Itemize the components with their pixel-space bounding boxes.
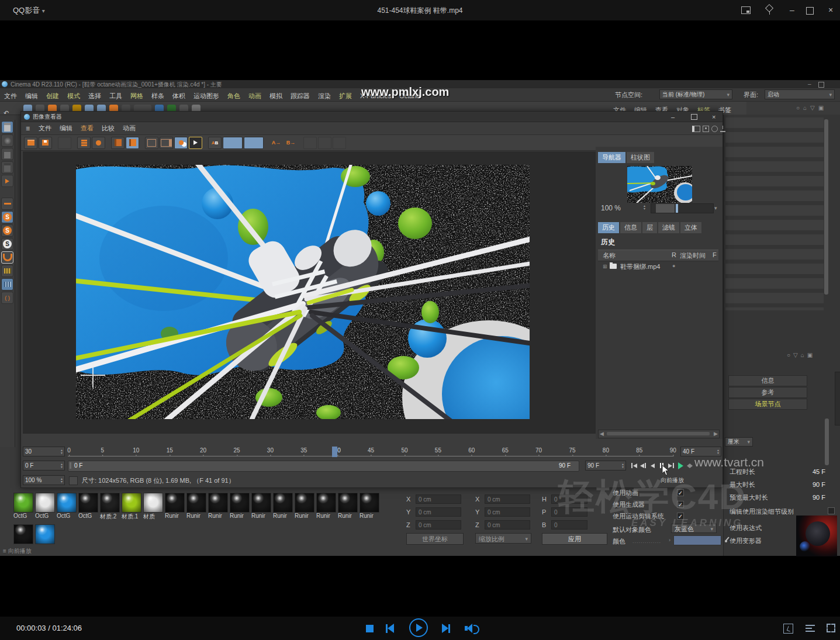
compare-wipe-icon[interactable] <box>189 137 202 149</box>
float-icon[interactable] <box>703 126 709 132</box>
material-item[interactable]: 材质.2 <box>100 493 120 520</box>
frame-tick[interactable]: 10 <box>133 447 139 454</box>
menu-item[interactable]: 样条 <box>151 92 164 101</box>
info-tab[interactable]: 层 <box>642 222 657 233</box>
frame-tick[interactable]: 90 <box>670 447 676 454</box>
pv-menu-item[interactable]: 查看 <box>81 124 94 133</box>
frame-tick[interactable]: 70 <box>535 447 542 454</box>
history-row[interactable]: ⊞ 鞋带捆绑.mp4 ● <box>598 261 718 272</box>
nav-zoom-value[interactable]: 100 % <box>601 204 621 212</box>
menu-item[interactable]: 创建 <box>46 92 59 101</box>
frame-tick[interactable]: 75 <box>569 447 575 454</box>
coord-field[interactable]: 0 ° <box>551 494 587 504</box>
material-item[interactable]: OctG <box>78 493 99 520</box>
fit-image-button[interactable] <box>69 476 78 485</box>
material-sphere[interactable] <box>208 493 228 513</box>
coord-field[interactable]: 0 cm <box>416 520 461 530</box>
pv-menu-item[interactable]: 文件 <box>39 124 51 133</box>
interface-dropdown[interactable]: 启动▾ <box>765 89 835 99</box>
nav-tab[interactable]: 柱状图 <box>627 152 654 163</box>
hamburger-icon[interactable]: ≡ <box>26 124 30 133</box>
info-tab[interactable]: 信息 <box>620 222 641 233</box>
col-r[interactable]: R <box>672 251 676 258</box>
enable-axis-icon[interactable] <box>1 198 13 210</box>
layer-a-icon[interactable] <box>111 137 125 149</box>
material-sphere[interactable] <box>35 493 55 513</box>
attribute-scrollbar[interactable] <box>824 119 828 295</box>
zoom-tool-icon[interactable] <box>92 137 105 149</box>
reference-button[interactable]: 参考 <box>728 387 807 398</box>
menu-item[interactable]: 扩展 <box>339 92 352 101</box>
panel-scrollbar[interactable] <box>825 418 829 465</box>
history-item-name[interactable]: 鞋带捆绑.mp4 <box>620 262 660 271</box>
material-sphere[interactable] <box>35 524 55 544</box>
region-icon[interactable] <box>58 137 71 149</box>
material-sphere[interactable] <box>13 493 33 513</box>
coord-field[interactable]: 0 <box>551 520 587 530</box>
nav-tab[interactable]: 导航器 <box>598 152 625 163</box>
world-coords-button[interactable]: 世界坐标 <box>406 533 464 545</box>
goto-a-icon[interactable]: A→ <box>269 137 283 149</box>
duration-value[interactable]: 90 F <box>813 494 836 501</box>
minimize-button[interactable]: – <box>784 0 800 20</box>
lod-checkbox[interactable] <box>828 507 835 514</box>
home-icon[interactable]: ⌂ <box>801 352 807 358</box>
col-name[interactable]: 名称 <box>603 251 616 260</box>
menu-item[interactable]: X-Particles <box>360 92 391 99</box>
current-frame-marker[interactable] <box>332 447 337 457</box>
info-tab[interactable]: 立体 <box>680 222 701 233</box>
chevron-right-icon[interactable]: › <box>669 537 670 543</box>
pv-menu-item[interactable]: 比较 <box>102 124 115 133</box>
material-sphere[interactable] <box>338 493 358 513</box>
next-button[interactable] <box>442 624 450 633</box>
material-sphere[interactable] <box>273 493 293 513</box>
frame-ruler[interactable]: 051015202530354045505560657075808590 <box>68 447 679 457</box>
play-button[interactable] <box>409 618 428 637</box>
set-b-panel-icon[interactable] <box>244 137 264 149</box>
search-icon[interactable]: ○ <box>787 352 793 358</box>
current-frame-field[interactable]: 40 F▴▾ <box>680 447 721 456</box>
maximize-button[interactable] <box>806 7 814 15</box>
edges-mode-icon[interactable] <box>1 175 13 187</box>
frame-tick[interactable]: 0 <box>67 447 71 454</box>
info-tab[interactable]: 历史 <box>598 222 619 233</box>
menu-item[interactable]: 网格 <box>130 92 143 101</box>
node-space-dropdown[interactable]: 当前 (标准/物理)▾ <box>659 89 732 99</box>
play-forward-button[interactable] <box>676 461 685 470</box>
material-sphere[interactable] <box>78 493 98 513</box>
material-sphere[interactable] <box>122 493 141 513</box>
eyedropper-icon[interactable] <box>724 535 731 544</box>
fullscreen-icon[interactable] <box>827 624 835 632</box>
menu-item[interactable]: 模拟 <box>269 92 282 101</box>
col-render-time[interactable]: 渲染时间 <box>680 251 706 260</box>
mesh-grid-icon[interactable] <box>1 278 13 290</box>
viewer-canvas[interactable] <box>23 151 596 434</box>
frame-tick[interactable]: 55 <box>435 447 441 454</box>
material-item[interactable]: Runir <box>359 493 380 520</box>
ab-image-icon[interactable]: AB <box>208 137 222 149</box>
frame-tick[interactable]: 15 <box>167 447 173 454</box>
frame-tick[interactable]: 5 <box>101 447 105 454</box>
material-item[interactable]: OctG <box>35 493 56 520</box>
material-item[interactable]: Runir <box>230 493 250 520</box>
range-grip[interactable] <box>70 462 71 469</box>
menu-item[interactable]: 角色 <box>227 92 240 101</box>
grid-icon[interactable]: ▣ <box>807 352 815 358</box>
quantize-icon[interactable] <box>1 265 13 277</box>
material-item[interactable]: 材质.1 <box>122 493 142 520</box>
dock-left-icon[interactable] <box>692 126 700 132</box>
points-mode-icon[interactable] <box>1 161 13 174</box>
frame-tick[interactable]: 30 <box>267 447 274 454</box>
pv-maximize-icon[interactable] <box>691 114 697 120</box>
col-f[interactable]: F <box>713 251 717 258</box>
material-sphere[interactable] <box>295 493 314 513</box>
material-item[interactable]: OctG <box>13 493 34 520</box>
option-checkbox[interactable]: ✓ <box>677 513 684 520</box>
scroll-left-icon[interactable]: ◀ <box>600 431 604 437</box>
frame-tick[interactable]: 35 <box>300 447 307 454</box>
grid-icon[interactable]: ▣ <box>818 105 827 111</box>
material-item[interactable]: Runir <box>251 493 272 520</box>
filter-icon[interactable]: ▽ <box>810 105 818 111</box>
playlist-settings-icon[interactable] <box>806 624 815 632</box>
tree-expander-icon[interactable]: ⊞ <box>603 264 607 269</box>
